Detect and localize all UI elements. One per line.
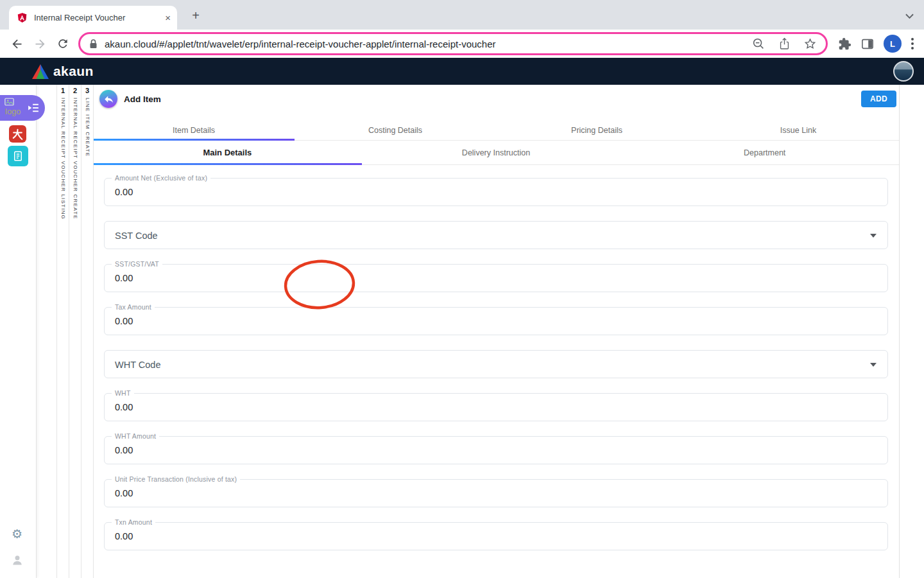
url-bar[interactable]: akaun.cloud/#/applet/tnt/wavelet/erp/int…: [78, 32, 828, 55]
tab-pricing-details[interactable]: Pricing Details: [496, 121, 697, 140]
share-icon[interactable]: [778, 37, 791, 51]
select-wht-code[interactable]: WHT Code: [104, 350, 888, 378]
back-button[interactable]: [5, 37, 28, 51]
subtab-main-details[interactable]: Main Details: [93, 141, 362, 164]
field-value: 0.00: [105, 394, 887, 412]
akaun-brand: akaun: [32, 64, 94, 79]
tab-label: Item Details: [173, 126, 215, 135]
akaun-triangle-logo-icon: [32, 64, 49, 79]
tab-label: Main Details: [203, 148, 252, 157]
tab-label: Costing Details: [368, 126, 422, 135]
reload-button[interactable]: [51, 37, 74, 50]
field-label: Txn Amount: [112, 518, 155, 526]
new-tab-button[interactable]: +: [188, 8, 203, 24]
chevron-down-icon: [870, 234, 877, 238]
red-app-icon[interactable]: [9, 125, 26, 143]
back-circle-button[interactable]: [99, 90, 117, 108]
user-avatar-photo[interactable]: [893, 61, 914, 82]
field-value: 0.00: [105, 308, 887, 326]
input-sst-gst-vat[interactable]: SST/GST/VAT0.00: [104, 264, 888, 292]
extensions-puzzle-icon[interactable]: [838, 37, 851, 51]
forward-button[interactable]: [28, 37, 51, 51]
select-label: SST Code: [105, 222, 887, 250]
field-label: SST/GST/VAT: [112, 260, 162, 268]
lock-icon: [89, 39, 98, 49]
tab-label: Pricing Details: [571, 126, 622, 135]
field-value: 0.00: [105, 437, 887, 455]
url-text: akaun.cloud/#/applet/tnt/wavelet/erp/int…: [105, 39, 739, 49]
kebab-menu-icon[interactable]: [911, 38, 914, 49]
close-tab-icon[interactable]: ×: [165, 13, 171, 22]
input-unit-price-transaction-inclusive-of-tax[interactable]: Unit Price Transaction (Inclusive of tax…: [104, 479, 888, 507]
field-label: Amount Net (Exclusive of tax): [112, 174, 210, 182]
tab-item-details[interactable]: Item Details: [93, 121, 295, 140]
field-value: 0.00: [105, 523, 887, 541]
person-icon[interactable]: [11, 554, 24, 569]
input-txn-amount[interactable]: Txn Amount0.00: [104, 522, 888, 550]
input-wht-amount[interactable]: WHT Amount0.00: [104, 436, 888, 464]
browser-tab-strip: Internal Receipt Voucher × +: [0, 0, 924, 30]
tab-label: Department: [744, 148, 785, 157]
page-title: Add Item: [124, 94, 161, 104]
browser-toolbar: akaun.cloud/#/applet/tnt/wavelet/erp/int…: [0, 30, 924, 58]
main-content: Add Item ADD Item DetailsCosting Details…: [93, 85, 900, 578]
content-header: Add Item ADD: [93, 85, 899, 113]
chevron-down-icon: [870, 363, 877, 367]
workspace-tab-number: 1: [61, 85, 65, 98]
select-label: WHT Code: [105, 351, 887, 379]
field-label: Unit Price Transaction (Inclusive of tax…: [112, 475, 240, 483]
bookmark-star-icon[interactable]: [803, 37, 817, 51]
workspace-tab-label: INTERNAL RECEIPT VOUCHER LISTING: [60, 98, 66, 220]
gear-icon[interactable]: ⚙: [12, 528, 22, 540]
browser-tab[interactable]: Internal Receipt Voucher ×: [9, 6, 177, 30]
field-value: 0.00: [105, 265, 887, 283]
subtab-delivery-instruction[interactable]: Delivery Instruction: [362, 141, 631, 164]
logo-alt-text: logo: [5, 107, 21, 116]
select-sst-code[interactable]: SST Code: [104, 221, 888, 249]
tab-label: Delivery Instruction: [462, 148, 530, 157]
zoom-out-icon[interactable]: [751, 37, 766, 51]
input-tax-amount[interactable]: Tax Amount0.00: [104, 307, 888, 335]
subtab-department[interactable]: Department: [630, 141, 899, 164]
workspace-tab-strip: 1INTERNAL RECEIPT VOUCHER LISTING2INTERN…: [56, 85, 94, 578]
input-amount-net-exclusive-of-tax[interactable]: Amount Net (Exclusive of tax)0.00: [104, 178, 888, 206]
sidebar-logo-pill[interactable]: logo: [0, 95, 45, 121]
document-app-icon[interactable]: [8, 146, 28, 166]
workspace-tab-3[interactable]: 3LINE ITEM CREATE: [81, 85, 93, 578]
add-button[interactable]: ADD: [861, 91, 896, 107]
tab-costing-details[interactable]: Costing Details: [295, 121, 496, 140]
workspace-tab-2[interactable]: 2INTERNAL RECEIPT VOUCHER CREATE: [69, 85, 81, 578]
sub-tabs-row: Main DetailsDelivery InstructionDepartme…: [93, 141, 899, 165]
brand-name: akaun: [53, 64, 94, 79]
workspace-tab-label: LINE ITEM CREATE: [85, 98, 90, 157]
workspace-tab-number: 3: [85, 85, 89, 98]
tab-issue-link[interactable]: Issue Link: [697, 121, 899, 140]
workspace-tab-label: INTERNAL RECEIPT VOUCHER CREATE: [73, 98, 78, 220]
field-value: 0.00: [105, 179, 887, 197]
field-label: Tax Amount: [112, 303, 155, 311]
item-form: Amount Net (Exclusive of tax)0.00SST Cod…: [93, 165, 899, 550]
angular-favicon-icon: [17, 12, 28, 24]
reply-arrow-icon: [104, 95, 114, 103]
collapse-menu-icon[interactable]: [28, 103, 39, 115]
field-label: WHT: [112, 389, 134, 397]
tab-title: Internal Receipt Voucher: [34, 13, 161, 22]
tab-search-chevron-icon[interactable]: [905, 10, 914, 22]
side-panel-icon[interactable]: [861, 39, 874, 49]
app-sidebar: ⚙: [0, 85, 37, 578]
browser-profile-avatar[interactable]: L: [884, 35, 902, 53]
tab-label: Issue Link: [780, 126, 816, 135]
detail-tabs-row: Item DetailsCosting DetailsPricing Detai…: [93, 121, 899, 141]
field-label: WHT Amount: [112, 432, 159, 440]
app-body: ⚙ logo 1INTERNAL RECEIPT VOUCHER LISTING…: [0, 85, 924, 578]
app-navbar: akaun: [0, 58, 924, 85]
active-tab-underline: [93, 163, 362, 165]
workspace-tab-number: 2: [73, 85, 77, 98]
workspace-tab-1[interactable]: 1INTERNAL RECEIPT VOUCHER LISTING: [56, 85, 69, 578]
input-wht[interactable]: WHT0.00: [104, 393, 888, 421]
